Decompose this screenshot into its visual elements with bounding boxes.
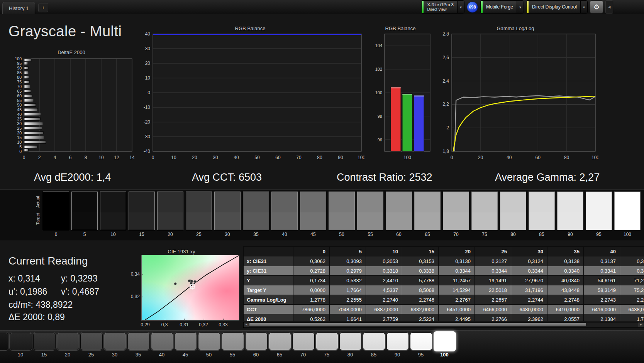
table-cell: 7048,0000: [330, 305, 366, 314]
table-cell: 8,5068: [402, 285, 439, 295]
svg-text:2: 2: [38, 155, 41, 160]
swatch-target: [472, 212, 497, 230]
meter-name: X-Rite i1Pro 3: [427, 2, 453, 7]
pattern-level-button-100[interactable]: 100: [434, 332, 455, 358]
table-cell: 14,5294: [439, 285, 475, 295]
table-scrollbar[interactable]: ◄ ►: [243, 322, 644, 328]
pattern-level-button-20[interactable]: 20: [57, 332, 78, 358]
pattern-level-button-5[interactable]: 5: [0, 332, 8, 358]
scroll-right-button[interactable]: ►: [638, 322, 644, 327]
deltae-bar: [24, 104, 36, 107]
scroll-thumb[interactable]: [249, 323, 586, 326]
meter-selector[interactable]: X-Rite i1Pro 3 Direct View ▾: [421, 0, 464, 14]
pattern-level-button-30[interactable]: 30: [104, 332, 125, 358]
pattern-level-label: 70: [292, 352, 314, 358]
table-cell: 75,2442: [620, 285, 644, 295]
scroll-left-button[interactable]: ◄: [244, 322, 249, 327]
settings-button[interactable]: ⚙: [590, 0, 603, 14]
svg-text:30: 30: [17, 121, 22, 126]
pattern-level-button-65[interactable]: 65: [269, 332, 290, 358]
pattern-level-swatch: [127, 332, 150, 350]
pattern-level-button-25[interactable]: 25: [80, 332, 102, 358]
svg-text:60: 60: [17, 93, 22, 98]
pattern-level-button-75[interactable]: 75: [316, 332, 337, 358]
rgb-bar-red: [391, 87, 401, 151]
swatch-target: [415, 212, 440, 230]
pattern-level-button-40[interactable]: 40: [151, 332, 173, 358]
swatch-box: [100, 192, 126, 230]
swatch-box: [386, 192, 412, 230]
chart-title: DeltaE 2000: [4, 49, 139, 55]
display-control-selector[interactable]: Direct Display Control ▾: [526, 0, 588, 14]
rgb-balance-bar-svg: 9698100102104100: [369, 32, 432, 163]
swatch-actual: [386, 192, 412, 212]
svg-text:0: 0: [147, 90, 150, 95]
swatch-level-label: 60: [396, 232, 401, 237]
chevron-down-icon[interactable]: ▾: [457, 1, 464, 13]
pattern-level-button-35[interactable]: 35: [127, 332, 149, 358]
pattern-level-button-10[interactable]: 10: [10, 332, 31, 358]
grayscale-swatch-column: 20: [158, 192, 183, 237]
table-header-cell: 25: [475, 247, 511, 256]
pattern-level-swatch: [222, 332, 244, 350]
swatch-box: [415, 192, 440, 230]
pattern-level-button-55[interactable]: 55: [222, 332, 243, 358]
pattern-level-swatch: [292, 332, 315, 350]
deltae-bar: [24, 113, 41, 116]
svg-text:98: 98: [378, 114, 382, 119]
table-cell: 0,3124: [511, 256, 547, 266]
svg-text:55: 55: [17, 98, 22, 103]
chevron-down-icon[interactable]: ▾: [580, 1, 587, 13]
pattern-level-label: 95: [410, 352, 432, 358]
pattern-level-button-85[interactable]: 85: [363, 332, 385, 358]
cie-overlay-svg: [142, 255, 239, 320]
swatch-target: [272, 212, 297, 230]
table-cell: 2,2743: [584, 295, 620, 305]
deltae-bar: [24, 109, 37, 111]
swatch-target: [358, 212, 383, 230]
source-selector[interactable]: Mobile Forge ▾: [480, 0, 524, 14]
svg-text:15: 15: [17, 135, 22, 140]
pattern-level-button-45[interactable]: 45: [175, 332, 196, 358]
average-gamma-stat: Average Gamma: 2,27: [495, 171, 600, 183]
pattern-level-button-80[interactable]: 80: [339, 332, 361, 358]
pattern-level-swatch: [104, 332, 126, 350]
table-row-label: Y: [244, 276, 293, 285]
deltae-bar: [24, 118, 40, 120]
swatch-box: [443, 192, 469, 230]
chart-title: RGB Balance: [136, 25, 364, 31]
app-root: History 1 + X-Rite i1Pro 3 Direct View ▾…: [0, 0, 644, 363]
svg-text:14: 14: [129, 155, 135, 160]
add-tab-button[interactable]: +: [38, 3, 48, 12]
pattern-level-label: 25: [80, 352, 102, 358]
pattern-level-swatch: [198, 332, 220, 350]
collapse-panel-button[interactable]: ◀: [605, 0, 613, 14]
svg-text:45: 45: [17, 107, 22, 112]
swatch-target: [558, 212, 583, 230]
pattern-level-button-60[interactable]: 60: [245, 332, 267, 358]
swatch-level-label: 80: [510, 232, 515, 237]
pattern-level-button-15[interactable]: 15: [33, 332, 55, 358]
swatch-box: [586, 192, 612, 230]
table-cell: 1,7664: [330, 285, 366, 295]
deltae-bar: [24, 95, 32, 97]
pattern-level-swatch: [10, 332, 32, 350]
pattern-level-button-50[interactable]: 50: [198, 332, 220, 358]
table-cell: 2,2831: [620, 295, 644, 305]
pattern-level-button-95[interactable]: 95: [410, 332, 432, 358]
swatch-target: [386, 212, 412, 230]
history-tab[interactable]: History 1: [2, 2, 35, 14]
swatch-box: [186, 192, 212, 230]
svg-text:-30: -30: [144, 134, 151, 139]
swatch-actual: [558, 192, 583, 212]
chevron-down-icon[interactable]: ▾: [517, 1, 524, 13]
swatch-actual: [72, 192, 97, 212]
pattern-level-button-70[interactable]: 70: [292, 332, 314, 358]
table-cell: 0,1734: [293, 276, 330, 285]
svg-text:20: 20: [192, 155, 197, 160]
gamma-chart: Gamma Log/Log 2,82,62,42,221,80204060801…: [432, 25, 598, 163]
current-reading-u: u': 0,1986: [8, 287, 47, 297]
pattern-level-button-90[interactable]: 90: [386, 332, 408, 358]
swatch-target: [129, 212, 154, 230]
deltae-chart: DeltaE 2000 0246810121405101520253035404…: [4, 49, 139, 163]
